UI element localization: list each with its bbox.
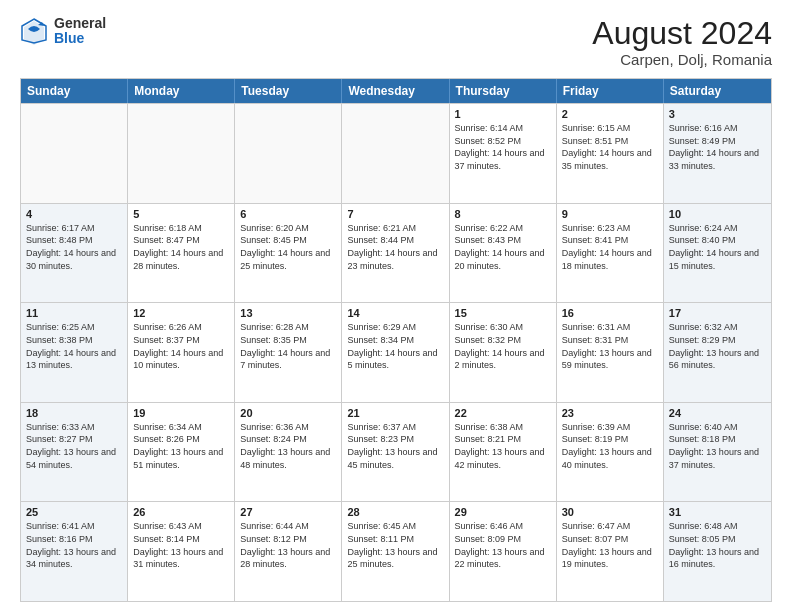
day-number: 28 — [347, 506, 443, 518]
cal-cell: 22Sunrise: 6:38 AM Sunset: 8:21 PM Dayli… — [450, 403, 557, 502]
cell-info: Sunrise: 6:15 AM Sunset: 8:51 PM Dayligh… — [562, 122, 658, 172]
cell-info: Sunrise: 6:41 AM Sunset: 8:16 PM Dayligh… — [26, 520, 122, 570]
cell-info: Sunrise: 6:18 AM Sunset: 8:47 PM Dayligh… — [133, 222, 229, 272]
cal-cell: 5Sunrise: 6:18 AM Sunset: 8:47 PM Daylig… — [128, 204, 235, 303]
cal-header-cell: Wednesday — [342, 79, 449, 103]
cell-info: Sunrise: 6:48 AM Sunset: 8:05 PM Dayligh… — [669, 520, 766, 570]
day-number: 11 — [26, 307, 122, 319]
page: General Blue August 2024 Carpen, Dolj, R… — [0, 0, 792, 612]
cal-cell: 6Sunrise: 6:20 AM Sunset: 8:45 PM Daylig… — [235, 204, 342, 303]
cal-header-cell: Saturday — [664, 79, 771, 103]
cal-cell: 19Sunrise: 6:34 AM Sunset: 8:26 PM Dayli… — [128, 403, 235, 502]
cal-cell: 11Sunrise: 6:25 AM Sunset: 8:38 PM Dayli… — [21, 303, 128, 402]
day-number: 19 — [133, 407, 229, 419]
cal-cell: 25Sunrise: 6:41 AM Sunset: 8:16 PM Dayli… — [21, 502, 128, 601]
day-number: 5 — [133, 208, 229, 220]
cell-info: Sunrise: 6:45 AM Sunset: 8:11 PM Dayligh… — [347, 520, 443, 570]
cal-cell: 1Sunrise: 6:14 AM Sunset: 8:52 PM Daylig… — [450, 104, 557, 203]
cell-info: Sunrise: 6:43 AM Sunset: 8:14 PM Dayligh… — [133, 520, 229, 570]
cal-cell: 23Sunrise: 6:39 AM Sunset: 8:19 PM Dayli… — [557, 403, 664, 502]
cell-info: Sunrise: 6:20 AM Sunset: 8:45 PM Dayligh… — [240, 222, 336, 272]
day-number: 10 — [669, 208, 766, 220]
cell-info: Sunrise: 6:32 AM Sunset: 8:29 PM Dayligh… — [669, 321, 766, 371]
cal-row: 11Sunrise: 6:25 AM Sunset: 8:38 PM Dayli… — [21, 302, 771, 402]
cal-cell — [21, 104, 128, 203]
cal-cell: 10Sunrise: 6:24 AM Sunset: 8:40 PM Dayli… — [664, 204, 771, 303]
cal-cell: 13Sunrise: 6:28 AM Sunset: 8:35 PM Dayli… — [235, 303, 342, 402]
cal-cell: 14Sunrise: 6:29 AM Sunset: 8:34 PM Dayli… — [342, 303, 449, 402]
cal-cell: 8Sunrise: 6:22 AM Sunset: 8:43 PM Daylig… — [450, 204, 557, 303]
day-number: 17 — [669, 307, 766, 319]
cell-info: Sunrise: 6:14 AM Sunset: 8:52 PM Dayligh… — [455, 122, 551, 172]
cell-info: Sunrise: 6:25 AM Sunset: 8:38 PM Dayligh… — [26, 321, 122, 371]
cal-cell — [235, 104, 342, 203]
day-number: 9 — [562, 208, 658, 220]
day-number: 27 — [240, 506, 336, 518]
logo-blue-text: Blue — [54, 31, 106, 46]
header: General Blue August 2024 Carpen, Dolj, R… — [20, 16, 772, 68]
cal-cell: 15Sunrise: 6:30 AM Sunset: 8:32 PM Dayli… — [450, 303, 557, 402]
cal-cell: 12Sunrise: 6:26 AM Sunset: 8:37 PM Dayli… — [128, 303, 235, 402]
day-number: 25 — [26, 506, 122, 518]
day-number: 8 — [455, 208, 551, 220]
cal-cell: 29Sunrise: 6:46 AM Sunset: 8:09 PM Dayli… — [450, 502, 557, 601]
day-number: 21 — [347, 407, 443, 419]
day-number: 31 — [669, 506, 766, 518]
main-title: August 2024 — [592, 16, 772, 51]
day-number: 1 — [455, 108, 551, 120]
cal-cell: 24Sunrise: 6:40 AM Sunset: 8:18 PM Dayli… — [664, 403, 771, 502]
cell-info: Sunrise: 6:39 AM Sunset: 8:19 PM Dayligh… — [562, 421, 658, 471]
cell-info: Sunrise: 6:37 AM Sunset: 8:23 PM Dayligh… — [347, 421, 443, 471]
cell-info: Sunrise: 6:36 AM Sunset: 8:24 PM Dayligh… — [240, 421, 336, 471]
cal-cell — [342, 104, 449, 203]
cell-info: Sunrise: 6:28 AM Sunset: 8:35 PM Dayligh… — [240, 321, 336, 371]
day-number: 6 — [240, 208, 336, 220]
cell-info: Sunrise: 6:26 AM Sunset: 8:37 PM Dayligh… — [133, 321, 229, 371]
cell-info: Sunrise: 6:21 AM Sunset: 8:44 PM Dayligh… — [347, 222, 443, 272]
day-number: 16 — [562, 307, 658, 319]
cal-header-cell: Thursday — [450, 79, 557, 103]
cal-cell: 30Sunrise: 6:47 AM Sunset: 8:07 PM Dayli… — [557, 502, 664, 601]
day-number: 20 — [240, 407, 336, 419]
cal-cell: 9Sunrise: 6:23 AM Sunset: 8:41 PM Daylig… — [557, 204, 664, 303]
day-number: 29 — [455, 506, 551, 518]
cell-info: Sunrise: 6:29 AM Sunset: 8:34 PM Dayligh… — [347, 321, 443, 371]
cell-info: Sunrise: 6:33 AM Sunset: 8:27 PM Dayligh… — [26, 421, 122, 471]
subtitle: Carpen, Dolj, Romania — [592, 51, 772, 68]
cal-cell: 26Sunrise: 6:43 AM Sunset: 8:14 PM Dayli… — [128, 502, 235, 601]
logo: General Blue — [20, 16, 106, 47]
day-number: 26 — [133, 506, 229, 518]
cal-cell: 17Sunrise: 6:32 AM Sunset: 8:29 PM Dayli… — [664, 303, 771, 402]
day-number: 2 — [562, 108, 658, 120]
cal-row: 1Sunrise: 6:14 AM Sunset: 8:52 PM Daylig… — [21, 103, 771, 203]
day-number: 13 — [240, 307, 336, 319]
cal-cell: 21Sunrise: 6:37 AM Sunset: 8:23 PM Dayli… — [342, 403, 449, 502]
day-number: 7 — [347, 208, 443, 220]
cal-cell: 2Sunrise: 6:15 AM Sunset: 8:51 PM Daylig… — [557, 104, 664, 203]
cal-header-cell: Monday — [128, 79, 235, 103]
logo-text: General Blue — [54, 16, 106, 47]
day-number: 22 — [455, 407, 551, 419]
cal-cell: 20Sunrise: 6:36 AM Sunset: 8:24 PM Dayli… — [235, 403, 342, 502]
day-number: 12 — [133, 307, 229, 319]
cell-info: Sunrise: 6:30 AM Sunset: 8:32 PM Dayligh… — [455, 321, 551, 371]
calendar-body: 1Sunrise: 6:14 AM Sunset: 8:52 PM Daylig… — [21, 103, 771, 601]
cal-cell: 28Sunrise: 6:45 AM Sunset: 8:11 PM Dayli… — [342, 502, 449, 601]
title-block: August 2024 Carpen, Dolj, Romania — [592, 16, 772, 68]
cal-cell: 16Sunrise: 6:31 AM Sunset: 8:31 PM Dayli… — [557, 303, 664, 402]
cell-info: Sunrise: 6:40 AM Sunset: 8:18 PM Dayligh… — [669, 421, 766, 471]
day-number: 3 — [669, 108, 766, 120]
cal-cell: 7Sunrise: 6:21 AM Sunset: 8:44 PM Daylig… — [342, 204, 449, 303]
calendar: SundayMondayTuesdayWednesdayThursdayFrid… — [20, 78, 772, 602]
cell-info: Sunrise: 6:34 AM Sunset: 8:26 PM Dayligh… — [133, 421, 229, 471]
day-number: 23 — [562, 407, 658, 419]
day-number: 30 — [562, 506, 658, 518]
cal-cell: 4Sunrise: 6:17 AM Sunset: 8:48 PM Daylig… — [21, 204, 128, 303]
day-number: 14 — [347, 307, 443, 319]
cell-info: Sunrise: 6:23 AM Sunset: 8:41 PM Dayligh… — [562, 222, 658, 272]
cal-row: 25Sunrise: 6:41 AM Sunset: 8:16 PM Dayli… — [21, 501, 771, 601]
cal-header-cell: Tuesday — [235, 79, 342, 103]
cell-info: Sunrise: 6:16 AM Sunset: 8:49 PM Dayligh… — [669, 122, 766, 172]
logo-icon — [20, 17, 48, 45]
cell-info: Sunrise: 6:22 AM Sunset: 8:43 PM Dayligh… — [455, 222, 551, 272]
